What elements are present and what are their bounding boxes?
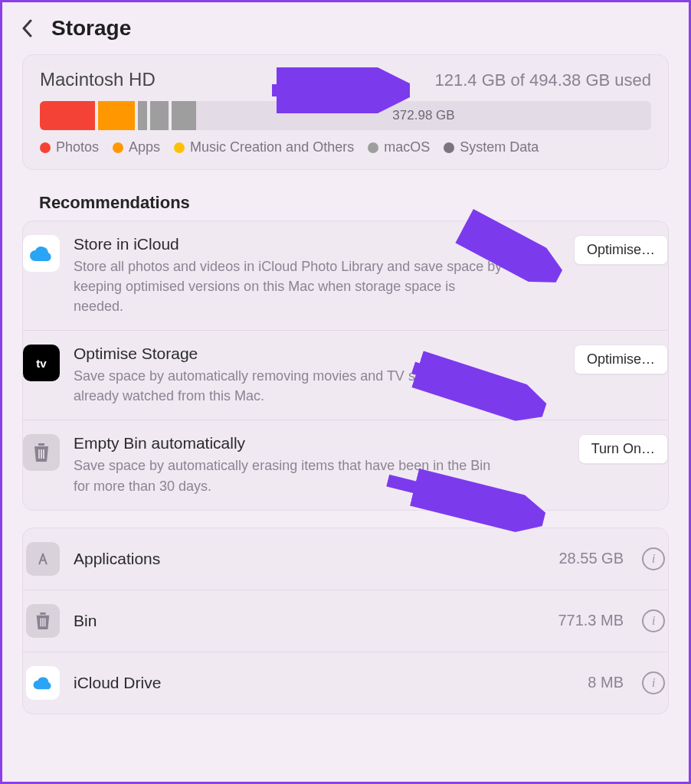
rec-body: Empty Bin automaticallySave space by aut… <box>74 434 565 495</box>
storage-seg-system <box>172 101 196 130</box>
legend-label: Music Creation and Others <box>190 139 354 155</box>
trash-icon <box>23 434 60 471</box>
rec-action-button[interactable]: Optimise… <box>574 345 668 374</box>
storage-seg-music <box>138 101 147 130</box>
rec-description: Save space by automatically erasing item… <box>74 456 503 495</box>
legend-label: macOS <box>384 139 430 155</box>
rec-title: Optimise Storage <box>74 345 560 363</box>
recommendation-item: Store in iCloudStore all photos and vide… <box>23 221 668 330</box>
rec-body: Optimise StorageSave space by automatica… <box>74 345 560 406</box>
storage-seg-photos <box>40 101 95 130</box>
apple-tv-icon: tv <box>23 345 60 381</box>
svg-rect-3 <box>40 618 41 626</box>
legend-swatch <box>174 142 185 153</box>
rec-description: Store all photos and videos in iCloud Ph… <box>74 256 503 316</box>
category-name: Bin <box>74 612 544 630</box>
storage-seg-apps <box>98 101 135 130</box>
rec-body: Store in iCloudStore all photos and vide… <box>74 235 560 316</box>
legend-item: System Data <box>444 139 539 155</box>
legend-item: Apps <box>113 139 160 155</box>
category-item[interactable]: iCloud Drive8 MBi <box>23 652 668 714</box>
cloud-icon <box>26 666 60 700</box>
svg-rect-4 <box>42 618 44 626</box>
info-button[interactable]: i <box>642 547 665 570</box>
storage-seg-macos <box>150 101 169 130</box>
category-item[interactable]: Bin771.3 MBi <box>23 590 668 652</box>
applications-icon <box>26 542 60 576</box>
info-button[interactable]: i <box>642 671 665 694</box>
svg-rect-0 <box>38 449 40 459</box>
storage-legend: PhotosAppsMusic Creation and OthersmacOS… <box>40 139 651 155</box>
category-size: 8 MB <box>588 674 624 691</box>
back-button[interactable] <box>19 18 34 39</box>
trash-icon <box>26 604 60 638</box>
recommendation-item: tvOptimise StorageSave space by automati… <box>23 330 668 420</box>
rec-action-button[interactable]: Optimise… <box>574 235 668 265</box>
category-name: iCloud Drive <box>74 674 574 692</box>
rec-description: Save space by automatically removing mov… <box>74 366 503 406</box>
legend-label: System Data <box>460 139 539 155</box>
legend-swatch <box>368 142 378 153</box>
legend-swatch <box>444 142 454 153</box>
legend-item: Photos <box>40 139 99 155</box>
info-button[interactable]: i <box>642 609 665 632</box>
legend-swatch <box>113 142 123 153</box>
storage-bar: 372.98 GB <box>40 101 651 130</box>
legend-swatch <box>40 142 51 153</box>
svg-rect-5 <box>44 618 46 626</box>
rec-action-button[interactable]: Turn On… <box>578 434 668 464</box>
category-item[interactable]: Applications28.55 GBi <box>23 528 668 590</box>
header: Storage <box>2 2 689 54</box>
disk-usage-text: 121.4 GB of 494.38 GB used <box>434 70 651 90</box>
recommendation-item: Empty Bin automaticallySave space by aut… <box>23 420 668 509</box>
rec-title: Empty Bin automatically <box>74 434 565 452</box>
cloud-icon <box>23 235 60 272</box>
legend-item: Music Creation and Others <box>174 139 354 155</box>
page-title: Storage <box>51 16 131 41</box>
recommendations-card: Store in iCloudStore all photos and vide… <box>22 220 669 511</box>
legend-item: macOS <box>368 139 430 155</box>
svg-rect-1 <box>41 449 42 459</box>
recommendations-heading: Recommendations <box>39 193 669 213</box>
categories-card: Applications28.55 GBiBin771.3 MBiiCloud … <box>22 528 669 714</box>
disk-card: Macintosh HD 121.4 GB of 494.38 GB used … <box>22 54 669 170</box>
category-name: Applications <box>74 550 545 568</box>
svg-rect-2 <box>43 449 44 459</box>
rec-title: Store in iCloud <box>74 235 560 253</box>
storage-free-label: 372.98 GB <box>196 101 651 130</box>
legend-label: Photos <box>56 139 99 155</box>
category-size: 771.3 MB <box>558 612 624 629</box>
disk-name: Macintosh HD <box>40 69 156 90</box>
legend-label: Apps <box>129 139 160 155</box>
category-size: 28.55 GB <box>558 550 624 567</box>
